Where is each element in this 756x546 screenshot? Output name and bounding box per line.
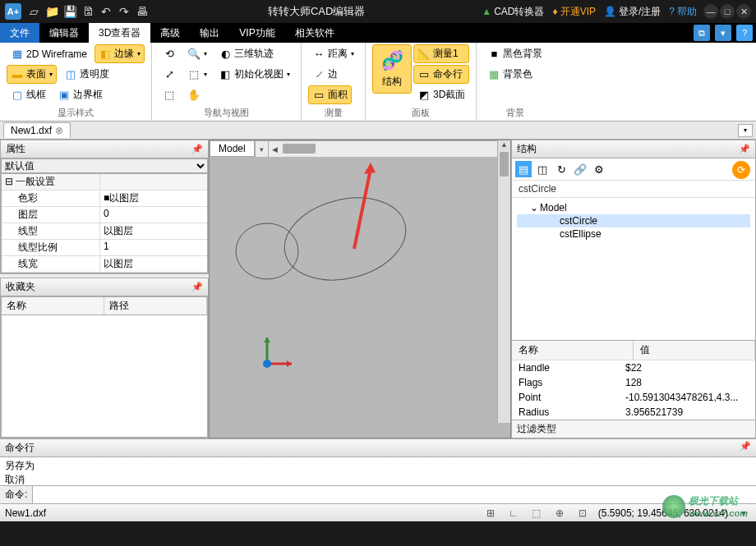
wireframe-button[interactable]: ▦2D Wireframe bbox=[7, 44, 91, 63]
menu-related[interactable]: 相关软件 bbox=[285, 23, 344, 43]
properties-title: 属性 bbox=[6, 142, 25, 156]
status-icon[interactable]: ∟ bbox=[506, 507, 521, 519]
struct-view2-icon[interactable]: ◫ bbox=[534, 161, 551, 177]
menu-3dviewer[interactable]: 3D查看器 bbox=[89, 23, 150, 43]
status-icon[interactable]: ⬚ bbox=[529, 507, 544, 519]
save-icon[interactable]: 💾 bbox=[61, 2, 79, 21]
status-dd[interactable]: ▾ bbox=[736, 507, 751, 519]
properties-panel: 属性📌 默认值 ⊟ 一般设置 色彩■以图层 图层0 线型以图层 线型比例1 线宽… bbox=[0, 140, 209, 274]
detail-col-name[interactable]: 名称 bbox=[512, 341, 634, 360]
document-tab[interactable]: New1.dxf⊗ bbox=[3, 122, 71, 138]
black-bg-button[interactable]: ■黑色背景 bbox=[483, 44, 546, 63]
default-dropdown[interactable]: 默认值 bbox=[1, 158, 208, 173]
menu-editor[interactable]: 编辑器 bbox=[39, 23, 89, 43]
menubar-help-icon[interactable]: ? bbox=[736, 25, 753, 41]
tree-node-root[interactable]: ⌄Model bbox=[517, 201, 750, 214]
menu-output[interactable]: 输出 bbox=[190, 23, 229, 43]
fav-col-path[interactable]: 路径 bbox=[104, 297, 207, 314]
status-file: New1.dxf bbox=[5, 507, 46, 519]
vip-link[interactable]: ♦ 开通VIP bbox=[553, 5, 596, 19]
nav-btn5[interactable]: ⬚ bbox=[159, 85, 180, 103]
horizontal-scrollbar[interactable] bbox=[281, 141, 497, 157]
nav-btn1[interactable]: ⟲ bbox=[159, 44, 180, 63]
viewport[interactable]: ▲ Model ▾ ◀ ▶ bbox=[209, 140, 511, 438]
pin-icon[interactable]: 📌 bbox=[740, 441, 751, 455]
vertical-scrollbar[interactable]: ▲ bbox=[497, 140, 510, 423]
redo-icon[interactable]: ↷ bbox=[115, 2, 133, 21]
pin-icon[interactable]: 📌 bbox=[191, 144, 203, 154]
ribbon-group-panel: 🧬结构 📐测量1 ▭命令行 ◩3D截面 面板 bbox=[366, 43, 477, 121]
breadcrumb[interactable]: cstCircle bbox=[512, 181, 755, 198]
frame-button[interactable]: ▢线框 bbox=[7, 85, 50, 104]
cad-converter-link[interactable]: ▲CAD转换器 bbox=[482, 5, 544, 19]
prop-val[interactable]: 以图层 bbox=[100, 223, 207, 239]
nav-btn4[interactable]: ⬚▾ bbox=[183, 65, 211, 84]
status-icon[interactable]: ⊡ bbox=[575, 507, 590, 519]
status-icon[interactable]: ⊕ bbox=[552, 507, 567, 519]
close-button[interactable]: ✕ bbox=[736, 4, 751, 19]
favorites-body bbox=[1, 315, 208, 438]
properties-table: ⊟ 一般设置 色彩■以图层 图层0 线型以图层 线型比例1 线宽以图层 bbox=[1, 173, 208, 273]
detail-key: Radius bbox=[512, 405, 619, 420]
struct-gear-icon[interactable]: ⚙ bbox=[591, 161, 607, 177]
tree-node-cstellipse[interactable]: cstEllipse bbox=[517, 227, 750, 241]
viewport-column: ▲ Model ▾ ◀ ▶ bbox=[209, 140, 511, 438]
filter-type[interactable]: 过滤类型 bbox=[512, 420, 755, 438]
prop-val[interactable]: 1 bbox=[100, 240, 207, 255]
pin-icon[interactable]: 📌 bbox=[191, 282, 203, 292]
edge-measure-button[interactable]: ⟋边 bbox=[308, 65, 342, 84]
struct-button[interactable]: 🧬结构 bbox=[372, 44, 412, 94]
bbox-button[interactable]: ▣边界框 bbox=[53, 85, 107, 104]
bg-color-button[interactable]: ▦背景色 bbox=[483, 65, 537, 84]
login-link[interactable]: 👤 登录/注册 bbox=[604, 5, 661, 19]
section3d-button[interactable]: ◩3D截面 bbox=[413, 85, 469, 104]
help-link[interactable]: ? 帮助 bbox=[669, 5, 697, 19]
tree-node-cstcircle[interactable]: cstCircle bbox=[517, 214, 750, 227]
track-button[interactable]: ◐三维轨迹 bbox=[214, 44, 278, 63]
measure1-button[interactable]: 📐测量1 bbox=[413, 44, 469, 63]
detail-col-value[interactable]: 值 bbox=[634, 341, 755, 360]
command-history: 另存为 取消 bbox=[0, 457, 756, 485]
prop-key: 线型 bbox=[2, 223, 100, 239]
struct-view1-icon[interactable]: ▤ bbox=[515, 161, 532, 177]
svg-point-1 bbox=[236, 223, 298, 279]
menu-file[interactable]: 文件 bbox=[0, 23, 39, 43]
group-header[interactable]: ⊟ 一般设置 bbox=[2, 174, 100, 190]
pin-icon[interactable]: 📌 bbox=[739, 144, 750, 154]
command-input[interactable] bbox=[33, 486, 756, 503]
undo-icon[interactable]: ↶ bbox=[97, 2, 115, 21]
detail-val: $22 bbox=[619, 360, 755, 375]
prop-val[interactable]: ■以图层 bbox=[100, 190, 207, 206]
clone-window-icon[interactable]: ⧉ bbox=[694, 25, 710, 41]
menubar-dd-icon[interactable]: ▾ bbox=[715, 25, 731, 41]
prop-val[interactable]: 0 bbox=[100, 207, 207, 223]
pdf-icon[interactable]: 🖺 bbox=[79, 2, 97, 21]
initview-button[interactable]: ◧初始化视图▾ bbox=[214, 65, 294, 84]
menu-advanced[interactable]: 高级 bbox=[150, 23, 190, 43]
struct-badge-icon[interactable]: ⟳ bbox=[732, 161, 750, 179]
maximize-button[interactable]: □ bbox=[720, 4, 735, 19]
nav-btn3[interactable]: ⤢ bbox=[159, 65, 180, 84]
close-tab-icon[interactable]: ⊗ bbox=[55, 125, 63, 136]
detail-val: 128 bbox=[619, 375, 755, 390]
distance-button[interactable]: ↔距离▾ bbox=[308, 44, 358, 63]
prop-key: 线宽 bbox=[2, 256, 100, 272]
struct-link-icon[interactable]: 🔗 bbox=[572, 161, 588, 177]
area-button[interactable]: ▭面积 bbox=[308, 85, 352, 104]
minimize-button[interactable]: — bbox=[703, 4, 718, 19]
print-icon[interactable]: 🖶 bbox=[133, 2, 151, 21]
nav-btn6[interactable]: ✋ bbox=[183, 85, 205, 103]
struct-refresh-icon[interactable]: ↻ bbox=[553, 161, 569, 177]
new-icon[interactable]: ▱ bbox=[25, 2, 43, 21]
surface-button[interactable]: ▬表面▾ bbox=[7, 65, 57, 84]
menu-vip[interactable]: VIP功能 bbox=[229, 23, 284, 43]
prop-val[interactable]: 以图层 bbox=[100, 256, 207, 272]
cmdline-button[interactable]: ▭命令行 bbox=[413, 65, 469, 84]
edge-button[interactable]: ◧边缘▾ bbox=[94, 44, 145, 63]
transparency-button[interactable]: ◫透明度 bbox=[60, 65, 113, 84]
fav-col-name[interactable]: 名称 bbox=[2, 297, 104, 314]
nav-btn2[interactable]: 🔍▾ bbox=[183, 44, 211, 63]
status-icon[interactable]: ⊞ bbox=[483, 507, 498, 519]
open-icon[interactable]: 📁 bbox=[43, 2, 61, 21]
doctabs-dropdown[interactable]: ▾ bbox=[738, 124, 753, 137]
